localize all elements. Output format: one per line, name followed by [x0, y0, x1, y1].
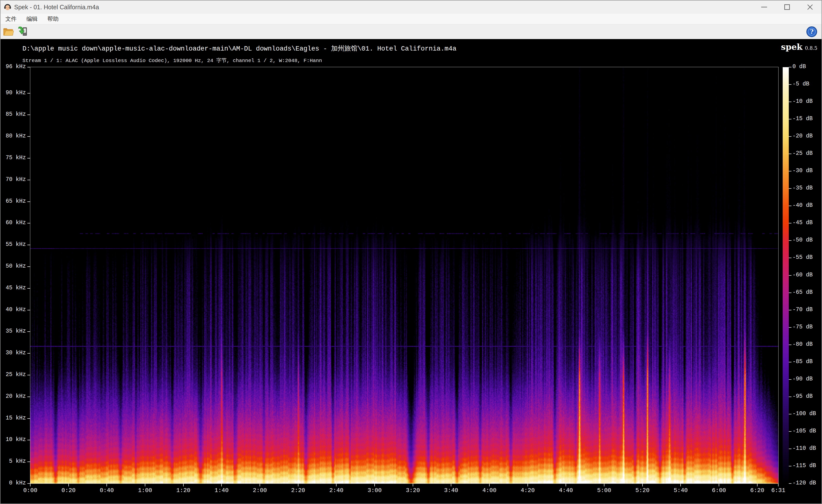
open-file-button[interactable] — [2, 25, 15, 38]
titlebar: Spek - 01. Hotel California.m4a — [0, 0, 822, 14]
toolbar: ? — [0, 24, 822, 39]
maximize-button[interactable] — [776, 0, 799, 14]
window-controls — [753, 0, 822, 14]
spek-window: Spek - 01. Hotel California.m4a 文件 编辑 帮助 — [0, 0, 822, 504]
save-export-icon — [17, 26, 28, 37]
close-button[interactable] — [799, 0, 822, 14]
svg-text:?: ? — [810, 28, 814, 35]
maximize-icon — [783, 3, 791, 11]
spectrogram-panel — [0, 39, 822, 504]
window-title: Spek - 01. Hotel California.m4a — [14, 4, 99, 11]
open-folder-icon — [3, 26, 14, 37]
minimize-icon — [761, 3, 768, 11]
minimize-button[interactable] — [753, 0, 776, 14]
menu-help[interactable]: 帮助 — [42, 14, 63, 24]
save-spectrogram-button[interactable] — [16, 25, 29, 38]
close-icon — [806, 3, 814, 11]
help-icon: ? — [806, 26, 818, 38]
menu-edit[interactable]: 编辑 — [21, 14, 42, 24]
menubar: 文件 编辑 帮助 — [0, 14, 822, 24]
app-icon — [3, 3, 12, 11]
help-button[interactable]: ? — [806, 26, 818, 38]
menu-file[interactable]: 文件 — [0, 14, 21, 24]
